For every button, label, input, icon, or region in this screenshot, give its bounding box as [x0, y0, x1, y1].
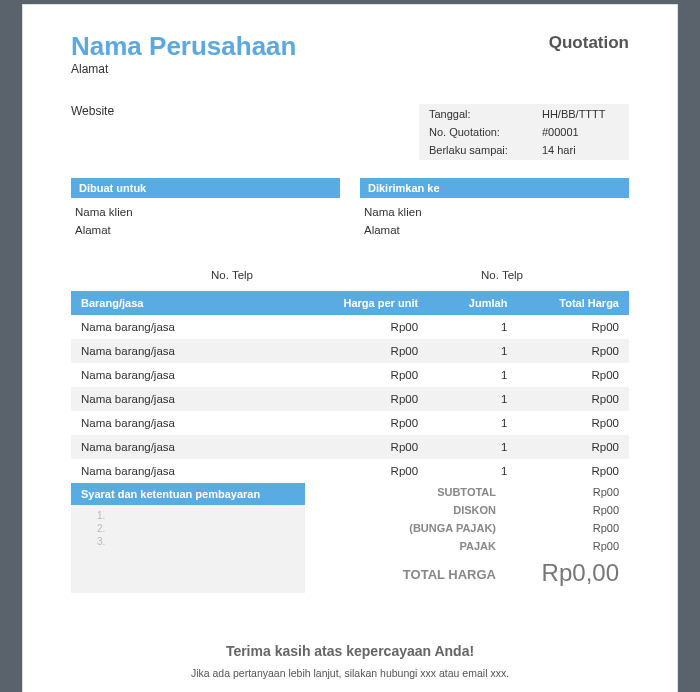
- cell-name: Nama barang/jasa: [71, 339, 305, 363]
- discount-label: DISKON: [305, 501, 506, 519]
- table-row: Nama barang/jasaRp001Rp00: [71, 339, 629, 363]
- company-name: Nama Perusahaan: [71, 33, 296, 60]
- meta-valid-value: 14 hari: [534, 142, 627, 158]
- company-address: Alamat: [71, 62, 296, 76]
- cell-name: Nama barang/jasa: [71, 315, 305, 339]
- totals: SUBTOTALRp00 DISKONRp00 (BUNGA PAJAK)Rp0…: [305, 483, 629, 593]
- cell-name: Nama barang/jasa: [71, 387, 305, 411]
- quotation-page: Nama Perusahaan Alamat Quotation Website…: [22, 4, 678, 692]
- cell-name: Nama barang/jasa: [71, 411, 305, 435]
- subtotal-value: Rp00: [506, 483, 629, 501]
- meta-no-value: #00001: [534, 124, 627, 140]
- ship-to-title: Dikirimkan ke: [360, 178, 629, 198]
- cell-qty: 1: [428, 339, 517, 363]
- cell-qty: 1: [428, 435, 517, 459]
- bottom-row: Syarat dan ketentuan pembayaran 1.2.3. S…: [71, 483, 629, 593]
- cell-unit: Rp00: [305, 339, 428, 363]
- cell-unit: Rp00: [305, 411, 428, 435]
- cell-total: Rp00: [517, 339, 629, 363]
- document-title: Quotation: [549, 33, 629, 53]
- tax-label: PAJAK: [305, 537, 506, 555]
- table-row: Nama barang/jasaRp001Rp00: [71, 315, 629, 339]
- header: Nama Perusahaan Alamat Quotation: [71, 33, 629, 76]
- table-row: Nama barang/jasaRp001Rp00: [71, 363, 629, 387]
- company-block: Nama Perusahaan Alamat: [71, 33, 296, 76]
- cell-qty: 1: [428, 363, 517, 387]
- cell-total: Rp00: [517, 435, 629, 459]
- ship-to-name: Nama klien: [364, 204, 625, 221]
- contact-text: Jika ada pertanyaan lebih lanjut, silaka…: [71, 667, 629, 679]
- cell-name: Nama barang/jasa: [71, 435, 305, 459]
- cell-unit: Rp00: [305, 435, 428, 459]
- terms: Syarat dan ketentuan pembayaran 1.2.3.: [71, 483, 305, 593]
- cell-qty: 1: [428, 315, 517, 339]
- meta-date-value: HH/BB/TTTT: [534, 106, 627, 122]
- table-row: Nama barang/jasaRp001Rp00: [71, 435, 629, 459]
- cell-total: Rp00: [517, 387, 629, 411]
- cell-total: Rp00: [517, 315, 629, 339]
- taxint-value: Rp00: [506, 519, 629, 537]
- table-row: Nama barang/jasaRp001Rp00: [71, 387, 629, 411]
- terms-item: 3.: [97, 535, 297, 548]
- thanks-text: Terima kasih atas kepercayaan Anda!: [71, 643, 629, 659]
- grand-label: TOTAL HARGA: [305, 555, 506, 590]
- bill-to: Dibuat untuk Nama klien Alamat: [71, 178, 340, 239]
- cell-unit: Rp00: [305, 459, 428, 483]
- ship-to-address: Alamat: [364, 222, 625, 239]
- items-table: Barang/jasa Harga per unit Jumlah Total …: [71, 291, 629, 483]
- col-qty: Jumlah: [428, 291, 517, 315]
- meta-date-label: Tanggal:: [421, 106, 532, 122]
- ship-to: Dikirimkan ke Nama klien Alamat: [360, 178, 629, 239]
- subtotal-label: SUBTOTAL: [305, 483, 506, 501]
- terms-item: 1.: [97, 509, 297, 522]
- cell-qty: 1: [428, 459, 517, 483]
- grand-value: Rp0,00: [506, 555, 629, 590]
- cell-qty: 1: [428, 387, 517, 411]
- bill-to-title: Dibuat untuk: [71, 178, 340, 198]
- cell-total: Rp00: [517, 411, 629, 435]
- terms-item: 2.: [97, 522, 297, 535]
- col-item: Barang/jasa: [71, 291, 305, 315]
- bill-to-address: Alamat: [75, 222, 336, 239]
- tax-value: Rp00: [506, 537, 629, 555]
- bill-to-phone: No. Telp: [71, 269, 359, 281]
- cell-qty: 1: [428, 411, 517, 435]
- cell-total: Rp00: [517, 459, 629, 483]
- cell-total: Rp00: [517, 363, 629, 387]
- taxint-label: (BUNGA PAJAK): [305, 519, 506, 537]
- cell-unit: Rp00: [305, 363, 428, 387]
- col-total: Total Harga: [517, 291, 629, 315]
- phone-row: No. Telp No. Telp: [71, 269, 629, 281]
- table-row: Nama barang/jasaRp001Rp00: [71, 459, 629, 483]
- meta-no-label: No. Quotation:: [421, 124, 532, 140]
- bill-to-name: Nama klien: [75, 204, 336, 221]
- cell-unit: Rp00: [305, 315, 428, 339]
- meta-table: Tanggal: HH/BB/TTTT No. Quotation: #0000…: [419, 104, 629, 160]
- party-row: Dibuat untuk Nama klien Alamat Dikirimka…: [71, 178, 629, 239]
- terms-title: Syarat dan ketentuan pembayaran: [71, 483, 305, 505]
- ship-to-phone: No. Telp: [379, 269, 629, 281]
- cell-name: Nama barang/jasa: [71, 459, 305, 483]
- cell-name: Nama barang/jasa: [71, 363, 305, 387]
- table-row: Nama barang/jasaRp001Rp00: [71, 411, 629, 435]
- company-website: Website: [71, 104, 419, 160]
- meta-valid-label: Berlaku sampai:: [421, 142, 532, 158]
- cell-unit: Rp00: [305, 387, 428, 411]
- meta-block: Website Tanggal: HH/BB/TTTT No. Quotatio…: [71, 104, 629, 160]
- discount-value: Rp00: [506, 501, 629, 519]
- col-unit: Harga per unit: [305, 291, 428, 315]
- terms-body: 1.2.3.: [71, 505, 305, 593]
